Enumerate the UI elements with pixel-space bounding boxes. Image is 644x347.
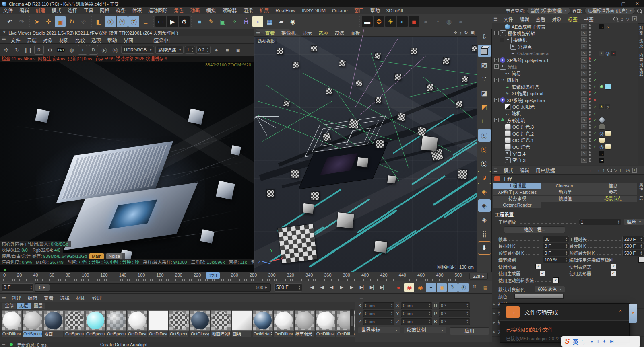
drop-to-floor-icon[interactable]: ⬇ <box>478 242 491 254</box>
am-tab-Cineware[interactable]: Cineware <box>541 183 589 189</box>
menu-体积[interactable]: 体积 <box>129 7 145 14</box>
menu-动画[interactable]: 动画 <box>187 7 203 14</box>
layer-edit-icon[interactable]: ✎ <box>581 78 587 83</box>
menu-RealFlow[interactable]: RealFlow <box>272 7 299 14</box>
ae-arrow-tag[interactable]: → <box>599 151 604 156</box>
play-button[interactable]: ▶ <box>336 283 347 292</box>
lv-tab-Main[interactable]: Main <box>89 253 104 259</box>
tree-row-OC 太阳光[interactable]: OC 太阳光✎✓☀☼ <box>492 103 638 110</box>
layer-edit-icon[interactable]: ✎ <box>581 31 587 36</box>
gamma-stepper[interactable]: 0.2▴▾ <box>196 46 211 54</box>
lv-menu-比较[interactable]: 比较 <box>72 37 88 43</box>
panel-grip-icon[interactable]: ☰ <box>2 295 6 300</box>
frame-range-slider[interactable]: 0 F 500 F <box>35 283 271 292</box>
menu-编辑[interactable]: 编辑 <box>16 7 32 14</box>
tree-row-OC 灯光.1[interactable]: OC 灯光.1✎✓ <box>492 137 638 144</box>
node-space-select[interactable]: 当前 (标准/物理)▾ <box>527 8 570 14</box>
coord-system-select[interactable]: 世界坐标▾ <box>358 327 400 333</box>
visibility-dots[interactable] <box>589 84 591 89</box>
rotate-view-icon[interactable]: ↻ <box>464 30 468 35</box>
layer-edit-icon[interactable]: ✎ <box>581 91 587 96</box>
am-menu-用户数据[interactable]: 用户数据 <box>533 167 558 174</box>
goto-end-button[interactable]: ▶| <box>367 283 377 292</box>
tree-row-OC 灯光.2[interactable]: OC 灯光.2✎✓◎ <box>492 130 638 137</box>
make-editable-icon[interactable]: ⇩ <box>478 31 491 43</box>
layer-edit-icon[interactable]: ✎ <box>581 24 587 29</box>
enabled-icon[interactable]: ✓ <box>593 84 597 89</box>
lv-add-icon[interactable]: + <box>78 45 87 55</box>
lock-y-icon[interactable]: Ⓨ <box>117 16 128 27</box>
scale-icon[interactable]: ▣ <box>55 16 66 27</box>
menu-3DToAll[interactable]: 3DToAll <box>383 7 406 14</box>
vp-menu-查看[interactable]: 查看 <box>262 29 278 36</box>
mat-tab-无层[interactable]: 无层 <box>17 303 31 309</box>
target-tag[interactable]: + <box>599 51 604 56</box>
ae-arrow-tag[interactable]: → <box>599 24 604 29</box>
vp-menu-摄像机[interactable]: 摄像机 <box>278 29 299 36</box>
menu-INSYDIUM[interactable]: INSYDIUM <box>299 7 329 14</box>
checkbox-编辑使用渲染细节级别[interactable] <box>638 257 644 263</box>
tree-row-AE合成粒子位置[interactable]: AE合成粒子位置✎→∴ <box>492 23 638 30</box>
layer-edit-icon[interactable]: ✎ <box>581 97 587 103</box>
keyboard-icon[interactable]: ⌗ <box>597 339 599 344</box>
om-menu-文件[interactable]: 文件 <box>500 16 516 23</box>
visibility-dots[interactable] <box>589 124 591 129</box>
coord-input-H[interactable]: 0 °▴▾ <box>439 302 470 309</box>
lv-extra3-icon[interactable]: ◙ <box>233 45 243 55</box>
om-side-tab-场次[interactable]: 场次 <box>638 39 644 49</box>
lock-icon[interactable]: ◻ <box>620 168 623 173</box>
expand-toggle-icon[interactable]: - <box>500 38 504 42</box>
lock-z-icon[interactable]: Ⓩ <box>128 16 139 27</box>
layer-edit-icon[interactable]: ✎ <box>581 124 587 129</box>
tree-row-汇聚线条样条[interactable]: ≈汇聚线条样条✎✓ <box>492 83 638 90</box>
material-item[interactable]: OctDiffuse <box>2 310 21 339</box>
lv-refresh-icon[interactable]: ↻ <box>12 45 22 55</box>
quantize-icon[interactable]: Ⓢ <box>478 157 491 170</box>
texture-mode-icon[interactable]: ▨ <box>478 59 491 71</box>
light-icon[interactable]: ◉ <box>287 16 298 27</box>
slide-out-tab[interactable]: » <box>629 304 637 323</box>
vp-menu-选项[interactable]: 选项 <box>315 29 331 36</box>
visibility-dots[interactable] <box>589 51 591 56</box>
apply-button[interactable]: 应用 <box>450 327 489 335</box>
coord-input-Y[interactable]: 0 cm▴▾ <box>401 310 432 317</box>
lv-region-icon[interactable]: R <box>34 45 44 55</box>
visibility-dots[interactable] <box>589 131 591 136</box>
menu-创建[interactable]: 创建 <box>32 7 48 14</box>
prev-frame-button[interactable]: ◀ <box>326 283 336 292</box>
am-tab-参考[interactable]: 参考 <box>589 189 637 195</box>
color-swatch[interactable] <box>514 294 564 299</box>
vp-menu-显示[interactable]: 显示 <box>299 29 315 36</box>
move-icon[interactable]: ✛ <box>43 16 54 27</box>
checkbox-使用运动剪辑系统[interactable]: ✓ <box>553 277 559 283</box>
menu-跟踪器[interactable]: 跟踪器 <box>219 7 240 14</box>
tree-row-方形建筑[interactable]: +✱方形建筑✎✓ <box>492 117 638 123</box>
collapse-notification-icon[interactable]: ⌃ <box>618 309 623 315</box>
home-icon[interactable]: ⌂ <box>621 16 623 21</box>
layer-edit-icon[interactable]: ✎ <box>581 51 587 56</box>
material-thumbnail[interactable] <box>85 310 105 331</box>
material-item[interactable]: OctSpecula <box>169 310 189 339</box>
menu-扩展[interactable]: 扩展 <box>256 7 272 14</box>
project-scale-input[interactable]: 1▴▾ <box>579 219 621 225</box>
octane-glossy-material-icon[interactable]: ◔ <box>432 16 443 27</box>
tree-row-XP系统| xpSystem.1[interactable]: +✦XP系统| xpSystem.1✎✓ <box>492 57 638 64</box>
layer-edit-icon[interactable]: ✎ <box>581 71 587 76</box>
panel-grip-icon[interactable]: ☰ <box>493 16 498 22</box>
menu-文件[interactable]: 文件 <box>0 7 16 14</box>
forward-icon[interactable]: → <box>596 168 600 173</box>
layer-edit-icon[interactable]: ✎ <box>581 111 587 116</box>
material-thumbnail[interactable] <box>253 310 273 331</box>
close-icon[interactable]: ✕ <box>630 0 644 7</box>
material-item[interactable]: OctDiffuse <box>274 310 293 339</box>
am-tab-信息[interactable]: 信息 <box>589 183 637 189</box>
octane-target-tag[interactable]: ◎ <box>599 131 604 136</box>
mat-menu-选择[interactable]: 选择 <box>57 294 73 301</box>
target-icon[interactable]: ◎ <box>626 168 630 173</box>
coord-input-X[interactable]: 0 cm▴▾ <box>363 302 394 309</box>
om-menu-书签[interactable]: 书签 <box>581 16 597 23</box>
visibility-dots[interactable] <box>589 31 591 36</box>
layer-edit-icon[interactable]: ✎ <box>581 44 587 49</box>
skin-icon[interactable]: ✦ <box>603 339 607 344</box>
mat-tab-全部[interactable]: 全部 <box>2 303 16 309</box>
